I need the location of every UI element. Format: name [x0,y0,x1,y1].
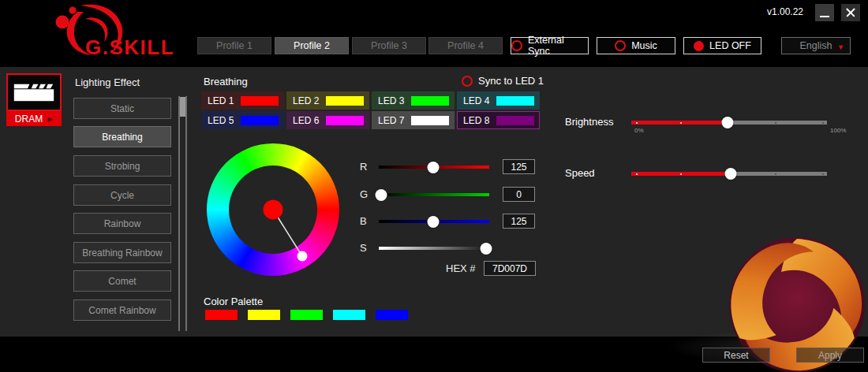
tab-profile-3[interactable]: Profile 3 [352,37,426,54]
close-button[interactable] [841,4,860,21]
red-slider[interactable] [379,166,489,169]
blue-value-box[interactable]: 125 [503,214,535,229]
speed-row: Speed [565,165,854,192]
brightness-row: Brightness 0% 100% [565,113,854,140]
language-dropdown[interactable]: English ▼ [781,37,851,54]
dram-label: DRAM [15,113,43,125]
device-dram-tile[interactable]: DRAM ▶ [6,73,62,126]
led-2-swatch [326,96,364,106]
green-slider-thumb[interactable] [375,189,387,201]
arrow-right-icon: ▶ [47,115,53,123]
led-off-button[interactable]: LED OFF [683,37,761,54]
minimize-button[interactable] [815,4,834,21]
led-4-tile[interactable]: LED 4 [457,91,540,110]
color-wheel[interactable] [207,143,339,276]
panel-title: Breathing [204,76,248,87]
tab-profile-4[interactable]: Profile 4 [428,37,503,54]
led-3-label: LED 3 [378,95,404,106]
led-8-tile[interactable]: LED 8 [457,111,540,129]
led-6-label: LED 6 [293,115,319,126]
brightness-max-label: 100% [830,127,846,134]
led-8-label: LED 8 [463,115,489,126]
led-off-dot-icon [694,41,704,51]
green-slider[interactable] [379,193,489,196]
scrollbar-thumb[interactable] [180,97,185,117]
tick-mark [822,122,824,124]
led-4-label: LED 4 [463,95,489,106]
saturation-slider-label: S [360,242,367,254]
led-off-label: LED OFF [709,40,751,51]
led-5-tile[interactable]: LED 5 [201,111,284,129]
color-palette [205,310,408,320]
brightness-slider[interactable] [631,121,827,125]
sync-to-led1-label: Sync to LED 1 [478,75,544,87]
saturation-slider-thumb[interactable] [480,243,492,255]
effect-breathing[interactable]: Breathing [73,126,171,147]
music-ring-icon [615,40,626,51]
sync-ring-icon [511,40,522,51]
brightness-label: Brightness [565,116,613,128]
radio-ring-icon [462,76,473,87]
green-slider-row: G 0 [360,187,537,203]
led-2-label: LED 2 [293,95,319,106]
external-sync-button[interactable]: External Sync [511,37,589,54]
tab-profile-2[interactable]: Profile 2 [275,37,349,54]
tick-mark [636,122,638,124]
hex-label: HEX # [446,262,476,274]
effect-list-scrollbar[interactable] [178,96,187,331]
effect-cycle[interactable]: Cycle [73,184,171,206]
speed-slider[interactable] [631,172,827,176]
palette-swatch-yellow[interactable] [248,310,280,320]
music-button[interactable]: Music [597,37,675,54]
brightness-min-label: 0% [634,127,644,134]
palette-swatch-cyan[interactable] [333,310,365,320]
led-grid: LED 1 LED 2 LED 3 LED 4 LED 5 LED 6 [201,91,541,129]
red-slider-row: R 125 [360,159,537,175]
red-slider-thumb[interactable] [427,162,439,173]
red-value-box[interactable]: 125 [503,159,535,174]
led-1-swatch [241,96,279,106]
saturation-slider[interactable] [379,247,489,250]
led-4-swatch [496,96,534,106]
palette-swatch-red[interactable] [205,310,238,320]
effect-breathing-rainbow[interactable]: Breathing Rainbow [73,242,171,263]
color-wheel-pointer [207,143,339,276]
music-label: Music [631,40,657,51]
effect-comet-rainbow[interactable]: Comet Rainbow [73,299,171,321]
dram-label-bar: DRAM ▶ [6,111,62,126]
brightness-slider-thumb[interactable] [721,117,733,128]
led-2-tile[interactable]: LED 2 [286,91,369,110]
led-1-tile[interactable]: LED 1 [201,91,284,110]
hex-value-box[interactable]: 7D007D [484,261,536,276]
effect-comet[interactable]: Comet [73,270,171,292]
led-6-swatch [326,116,364,125]
led-6-tile[interactable]: LED 6 [286,111,369,129]
wheel-center-dot [264,200,283,220]
palette-swatch-green[interactable] [290,310,323,320]
speed-slider-thumb[interactable] [725,168,737,180]
blue-slider-row: B 125 [360,214,537,229]
led-5-label: LED 5 [208,115,234,126]
apply-button[interactable]: Apply [796,348,864,363]
tick-mark [636,173,638,175]
reset-button[interactable]: Reset [702,348,770,363]
led-3-tile[interactable]: LED 3 [372,91,455,110]
effect-strobing[interactable]: Strobing [73,155,171,177]
effect-rainbow[interactable]: Rainbow [73,213,171,234]
led-7-tile[interactable]: LED 7 [372,111,455,129]
blue-slider-thumb[interactable] [427,216,439,228]
tab-profile-1[interactable]: Profile 1 [197,37,271,54]
led-7-label: LED 7 [378,115,404,126]
blue-slider[interactable] [379,220,489,223]
saturation-slider-row: S [360,240,537,256]
gskill-dragon-icon: G.SKILL [41,2,181,63]
palette-swatch-blue[interactable] [376,310,408,320]
sync-to-led1-radio[interactable]: Sync to LED 1 [462,75,544,87]
minimize-icon [820,16,829,17]
gskill-logo: G.SKILL [41,2,181,66]
tick-mark [775,122,776,124]
green-value-box[interactable]: 0 [503,187,535,202]
wheel-hue-marker[interactable] [297,251,308,262]
ram-stick-icon [12,79,56,106]
effect-static[interactable]: Static [73,98,171,119]
